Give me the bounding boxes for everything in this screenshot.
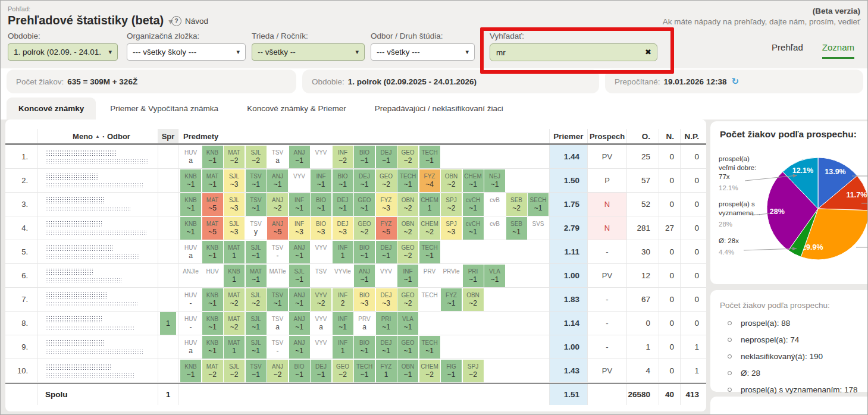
- obdobie-select[interactable]: 1. polrok (02.09. - 24.01. ▾: [8, 43, 118, 61]
- subject-grade: a: [189, 251, 193, 260]
- subject-abbr: GEO: [401, 339, 414, 347]
- header-o[interactable]: O.: [627, 129, 659, 143]
- np-cell: 0: [681, 193, 706, 216]
- header-predmety: Predmety: [178, 129, 550, 143]
- header-n[interactable]: N.: [659, 129, 681, 143]
- view-label: Pohľad:: [8, 5, 30, 12]
- subject-abbr: HUV: [206, 268, 218, 275]
- table-row[interactable]: 3.KNB~1MAT~5SJL~3TSV~1ANJ~2INF~1BIO~1DEJ…: [5, 193, 706, 216]
- spr-cell: 1: [158, 312, 178, 335]
- prospech-cell: -: [588, 240, 627, 263]
- subject-grade: ~1: [404, 347, 412, 356]
- table-row[interactable]: 5.HUVaKNB~1MAT1SJL~1TSV-ANJ~1VYVINF1BIO~…: [5, 240, 706, 264]
- subject-chip-PRV: PRV: [419, 265, 440, 287]
- subject-abbr: INF: [338, 315, 347, 323]
- summary-n: 40: [659, 384, 681, 405]
- table-row[interactable]: 2.KNB~1MAT~1SJL~3TSV~1ANJ~1VYVINF~1BIO~1…: [5, 169, 706, 193]
- tab-1[interactable]: Koncové známky: [7, 98, 96, 120]
- subject-grade: ~1: [295, 299, 303, 308]
- student-name-anonymized: [38, 145, 158, 168]
- table-row[interactable]: 4.KNB~1MAT~5SJL~3TSVyANJ~5INF~3BIO~3DEJ~…: [5, 216, 706, 240]
- subject-chip-TECH: TECH~1: [419, 336, 440, 359]
- prospech-cell: N: [588, 216, 627, 240]
- table-row[interactable]: 6.ANJleHUVKNB1MAT~1MATleSJL~1TSVVYVleANJ…: [5, 264, 706, 288]
- subject-grade: ~1: [382, 347, 390, 356]
- table-row[interactable]: 10.KNB~1MAT~2SJL~2TSV~1ANJ~2BIO~1DEJ~1GE…: [5, 359, 706, 383]
- prospech-list-item: prospel(a): 88: [720, 315, 868, 331]
- filter-trieda: Trieda / Ročník: -- všetky -- ▾: [252, 32, 365, 61]
- subjects-cell: KNB~1MAT~1SJL~3TSV~1ANJ~1VYVINF~1BIO~1DE…: [178, 169, 550, 192]
- header-priemer[interactable]: Priemer: [550, 129, 588, 143]
- subject-chip-TSV: TSV: [311, 265, 331, 287]
- subject-chip-VYV: VYV: [311, 336, 331, 359]
- subjects-cell: KNB~1MAT~2SJL~2TSV~1ANJ~2BIO~1DEJ~1GEO~2…: [178, 359, 550, 382]
- table-row[interactable]: 1.HUVaKNB~1MAT~2SJL~2TSVaANJ~1VYVINF~2BI…: [5, 145, 706, 169]
- subject-grade: 1: [341, 347, 345, 356]
- subject-abbr: TSV: [250, 363, 261, 370]
- pie-annotation-line: prospel(a): [719, 155, 756, 164]
- subject-abbr: BIO: [359, 291, 369, 299]
- subject-grade: ~1: [361, 204, 369, 213]
- subject-abbr: TECH: [421, 244, 437, 251]
- tab-2[interactable]: Priemer & Vypočítaná známka: [96, 98, 233, 120]
- chevron-down-icon: ▾: [236, 48, 240, 56]
- subject-chip-HUV: HUV-: [180, 312, 201, 335]
- beta-note: Ak máte nápady na prehľady, dajte nám, p…: [663, 17, 860, 26]
- subject-grade: ~1: [208, 299, 217, 308]
- subject-grade: ~1: [208, 323, 217, 332]
- subject-chip-VYV: VYV: [376, 265, 397, 287]
- refresh-icon[interactable]: ↻: [731, 76, 739, 87]
- subject-grade: ~1: [187, 180, 195, 189]
- header-spr[interactable]: Spr: [158, 129, 178, 143]
- subject-chip-HUV: HUVa: [180, 336, 201, 359]
- subject-chip-OBN: OBN~1: [397, 360, 418, 382]
- help-button[interactable]: ? Návod: [171, 16, 208, 26]
- name-mask-line2: [45, 349, 143, 354]
- subject-chip-DEJ: DEJ~3: [333, 217, 353, 240]
- mode-zoznam[interactable]: Zoznam: [822, 42, 854, 59]
- student-name-anonymized: [38, 216, 158, 240]
- subject-abbr: SEB: [510, 196, 522, 204]
- subject-abbr: cvB: [490, 220, 500, 228]
- subject-grade: ~1: [252, 275, 260, 284]
- table-row[interactable]: 7.HUV-KNB~1MAT~2SJL~2TSV~1ANJ~1VYV~2INF2…: [5, 288, 706, 312]
- search-input[interactable]: [490, 43, 657, 61]
- subjects-cell: HUV-KNB~1MAT~2SJL~2TSV~1ANJ~1VYV~2INF2BI…: [178, 288, 550, 311]
- subject-abbr: TSV: [272, 149, 283, 156]
- trieda-select[interactable]: -- všetky -- ▾: [252, 43, 365, 61]
- subject-chip-VYV: VYV: [289, 169, 310, 192]
- subject-abbr: SPJ: [468, 363, 478, 370]
- header-prospech[interactable]: Prospech: [588, 129, 627, 143]
- subject-abbr: INF: [338, 339, 347, 347]
- subject-abbr: VYV: [315, 291, 327, 299]
- mode-prehlad[interactable]: Prehľad: [772, 42, 803, 59]
- subject-chip-DEJ: DEJ~1: [333, 193, 353, 216]
- prospech-list-text: neprospel(a): 74: [741, 335, 799, 344]
- subject-grade: ~1: [447, 370, 456, 379]
- table-row[interactable]: 8.1HUV-KNB~1MAT~2SJL~1TSVaANJ~1VYVaINF~1…: [5, 312, 706, 335]
- subject-chip-GEO: GEO~2: [397, 241, 418, 263]
- subject-grade: ~3: [382, 299, 390, 308]
- subject-grade: ~3: [230, 204, 239, 213]
- header-meno-odbor[interactable]: Meno ▲ · Odbor: [38, 129, 158, 143]
- subject-grade: ~5: [208, 228, 217, 237]
- row-number: 1.: [5, 145, 38, 168]
- subject-abbr: TSV: [272, 315, 283, 323]
- subject-grade: ~2: [469, 299, 477, 308]
- odbor-select[interactable]: --- všetky --- ▾: [371, 43, 475, 61]
- subject-abbr: BIO: [359, 149, 369, 156]
- header-np[interactable]: N.P.: [681, 129, 706, 143]
- tab-3[interactable]: Koncové známky & Priemer: [233, 98, 361, 120]
- table-row[interactable]: 9.HUVaKNB~1MAT1SJL~1TSV-ANJ~1VYVINF1BIO~…: [5, 335, 706, 359]
- tab-4[interactable]: Prepadávajúci / neklasifikovaní žiaci: [361, 98, 518, 120]
- row-number: 4.: [5, 216, 38, 240]
- subject-abbr: KNB: [206, 339, 219, 347]
- subject-chip-MAT: MAT~2: [224, 312, 245, 335]
- subject-chip-BIO: BIO~3: [311, 217, 331, 240]
- org-select[interactable]: --- všetky školy --- ▾: [127, 43, 246, 61]
- subject-chip-GEO: GEO~2: [397, 288, 418, 311]
- clear-search-icon[interactable]: ✖: [645, 48, 651, 56]
- prospech-cell: -: [588, 288, 627, 311]
- pie-annotation-percent: 4.4%: [719, 248, 739, 257]
- header-meno: Meno: [73, 132, 93, 141]
